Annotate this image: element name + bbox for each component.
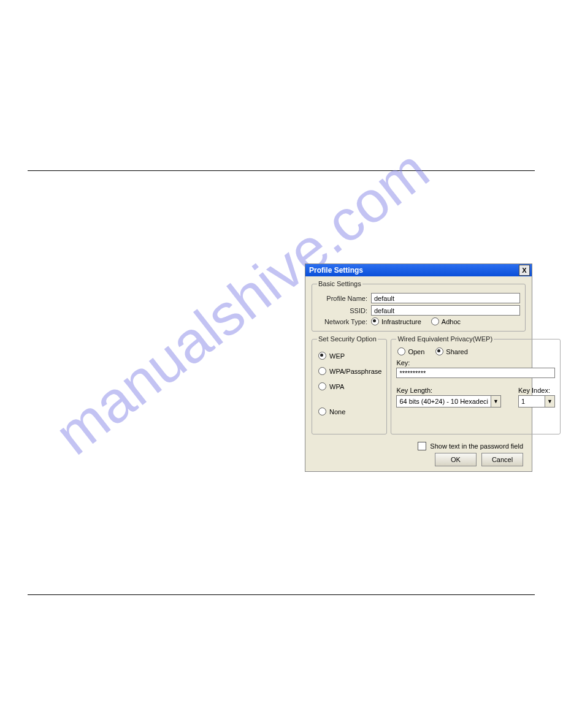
- wpa-radio[interactable]: WPA: [318, 382, 381, 390]
- key-length-label: Key Length:: [396, 387, 501, 394]
- close-button[interactable]: X: [519, 265, 530, 276]
- shared-label: Shared: [446, 348, 467, 355]
- ok-button[interactable]: OK: [435, 453, 477, 466]
- profile-name-label: Profile Name:: [317, 295, 371, 302]
- radio-icon: [318, 352, 326, 360]
- show-text-row[interactable]: Show text in the password field: [312, 442, 523, 450]
- profile-name-row: Profile Name: default: [317, 293, 520, 303]
- key-length-select[interactable]: 64 bits (40+24) - 10 Hexadeci ▼: [396, 395, 501, 408]
- none-radio[interactable]: None: [318, 408, 381, 415]
- open-radio[interactable]: Open: [397, 347, 424, 355]
- key-index-select[interactable]: 1 ▼: [518, 395, 555, 408]
- network-type-label: Network Type:: [317, 318, 371, 325]
- radio-icon: [431, 317, 439, 325]
- security-column: Set Security Option WEP WPA/Passphrase W…: [312, 335, 387, 438]
- dialog-title: Profile Settings: [309, 266, 363, 275]
- key-input[interactable]: **********: [396, 368, 555, 378]
- checkbox-icon: [418, 442, 426, 450]
- network-type-row: Network Type: Infrastructure Adhoc: [317, 317, 520, 325]
- wpa-radio-label: WPA: [329, 383, 344, 390]
- mid-wrap: Set Security Option WEP WPA/Passphrase W…: [312, 335, 526, 438]
- adhoc-radio[interactable]: Adhoc: [431, 317, 461, 325]
- ssid-input[interactable]: default: [371, 305, 520, 316]
- profile-settings-dialog: Profile Settings X Basic Settings Profil…: [305, 264, 532, 472]
- radio-icon: [371, 317, 379, 325]
- radio-icon: [318, 408, 326, 415]
- cancel-button[interactable]: Cancel: [481, 453, 523, 466]
- none-radio-label: None: [329, 408, 345, 415]
- wpa-pass-radio[interactable]: WPA/Passphrase: [318, 367, 381, 375]
- wep-group: Wired Equivalent Privacy(WEP) Open Share…: [391, 335, 561, 434]
- open-label: Open: [408, 348, 424, 355]
- dialog-body: Basic Settings Profile Name: default SSI…: [305, 276, 532, 471]
- wpa-pass-radio-label: WPA/Passphrase: [329, 368, 381, 375]
- radio-icon: [318, 367, 326, 375]
- key-index-label: Key Index:: [518, 387, 555, 394]
- wep-radio[interactable]: WEP: [318, 352, 381, 360]
- key-length-block: Key Length: 64 bits (40+24) - 10 Hexadec…: [396, 384, 501, 408]
- wep-legend: Wired Equivalent Privacy(WEP): [396, 335, 494, 343]
- profile-name-input[interactable]: default: [371, 293, 520, 303]
- chevron-down-icon: ▼: [491, 396, 500, 407]
- basic-settings-group: Basic Settings Profile Name: default SSI…: [312, 280, 526, 332]
- key-label: Key:: [396, 359, 555, 366]
- button-row: OK Cancel: [312, 453, 526, 466]
- infrastructure-radio[interactable]: Infrastructure: [371, 317, 421, 325]
- key-length-row: Key Length: 64 bits (40+24) - 10 Hexadec…: [396, 384, 555, 408]
- key-length-value: 64 bits (40+24) - 10 Hexadeci: [397, 398, 491, 405]
- wep-mode-options: Open Shared: [397, 347, 555, 355]
- show-text-label: Show text in the password field: [430, 442, 523, 450]
- ssid-row: SSID: default: [317, 305, 520, 316]
- titlebar[interactable]: Profile Settings X: [305, 264, 532, 276]
- chevron-down-icon: ▼: [545, 396, 554, 407]
- ssid-label: SSID:: [317, 307, 371, 314]
- security-option-group: Set Security Option WEP WPA/Passphrase W…: [312, 335, 387, 434]
- network-type-options: Infrastructure Adhoc: [371, 317, 461, 325]
- radio-icon: [318, 382, 326, 390]
- key-index-value: 1: [519, 398, 527, 405]
- key-index-block: Key Index: 1 ▼: [518, 384, 555, 408]
- shared-radio[interactable]: Shared: [435, 347, 467, 355]
- radio-icon: [397, 347, 405, 355]
- basic-settings-legend: Basic Settings: [317, 280, 362, 287]
- adhoc-label: Adhoc: [442, 318, 461, 325]
- wep-column: Wired Equivalent Privacy(WEP) Open Share…: [391, 335, 561, 438]
- infrastructure-label: Infrastructure: [381, 318, 421, 325]
- radio-icon: [435, 347, 443, 355]
- security-option-legend: Set Security Option: [317, 335, 378, 343]
- wep-radio-label: WEP: [329, 352, 345, 360]
- page-rule-top: [28, 170, 535, 171]
